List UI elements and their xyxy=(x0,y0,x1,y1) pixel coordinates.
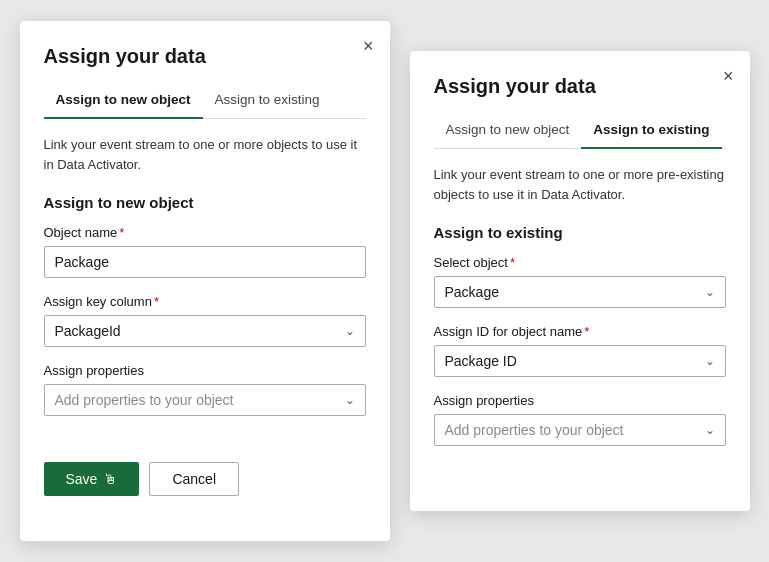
right-assign-id-dropdown[interactable]: Package ID ⌄ xyxy=(434,345,726,377)
right-assign-id-value: Package ID xyxy=(445,353,517,369)
left-tabs: Assign to new object Assign to existing xyxy=(44,84,366,119)
left-key-column-value: PackageId xyxy=(55,323,121,339)
right-assign-id-chevron-icon: ⌄ xyxy=(705,354,715,368)
left-object-name-label: Object name* xyxy=(44,225,366,240)
right-properties-label: Assign properties xyxy=(434,393,726,408)
left-object-name-input[interactable] xyxy=(44,246,366,278)
right-dialog: × Assign your data Assign to new object … xyxy=(410,51,750,511)
left-key-column-chevron-icon: ⌄ xyxy=(345,324,355,338)
right-assign-id-label: Assign ID for object name* xyxy=(434,324,726,339)
right-properties-select[interactable]: Add properties to your object ⌄ xyxy=(434,414,726,446)
right-select-object-dropdown[interactable]: Package ⌄ xyxy=(434,276,726,308)
right-tab-new-object[interactable]: Assign to new object xyxy=(434,114,582,149)
left-dialog-title: Assign your data xyxy=(44,45,366,68)
right-properties-chevron-icon: ⌄ xyxy=(705,423,715,437)
right-properties-placeholder: Add properties to your object xyxy=(445,422,624,438)
left-properties-chevron-icon: ⌄ xyxy=(345,393,355,407)
right-dialog-title: Assign your data xyxy=(434,75,726,98)
right-select-object-value: Package xyxy=(445,284,499,300)
left-key-column-select[interactable]: PackageId ⌄ xyxy=(44,315,366,347)
left-properties-label: Assign properties xyxy=(44,363,366,378)
right-tabs: Assign to new object Assign to existing xyxy=(434,114,726,149)
left-description: Link your event stream to one or more ob… xyxy=(44,135,366,174)
left-dialog: × Assign your data Assign to new object … xyxy=(20,21,390,541)
left-tab-existing[interactable]: Assign to existing xyxy=(203,84,332,119)
left-object-name-required: * xyxy=(119,225,124,240)
left-button-row: Save 🖱 Cancel xyxy=(44,432,366,496)
right-tab-existing[interactable]: Assign to existing xyxy=(581,114,721,149)
left-key-column-label: Assign key column* xyxy=(44,294,366,309)
left-properties-placeholder: Add properties to your object xyxy=(55,392,234,408)
left-properties-select[interactable]: Add properties to your object ⌄ xyxy=(44,384,366,416)
left-key-column-required: * xyxy=(154,294,159,309)
cancel-button[interactable]: Cancel xyxy=(149,462,239,496)
right-description: Link your event stream to one or more pr… xyxy=(434,165,726,204)
right-assign-id-required: * xyxy=(584,324,589,339)
right-select-object-chevron-icon: ⌄ xyxy=(705,285,715,299)
cursor-icon: 🖱 xyxy=(103,471,117,487)
save-button[interactable]: Save 🖱 xyxy=(44,462,140,496)
left-tab-new-object[interactable]: Assign to new object xyxy=(44,84,203,119)
right-section-title: Assign to existing xyxy=(434,224,726,241)
left-close-button[interactable]: × xyxy=(363,37,374,55)
left-section-title: Assign to new object xyxy=(44,194,366,211)
right-select-object-required: * xyxy=(510,255,515,270)
right-select-object-label: Select object* xyxy=(434,255,726,270)
right-close-button[interactable]: × xyxy=(723,67,734,85)
